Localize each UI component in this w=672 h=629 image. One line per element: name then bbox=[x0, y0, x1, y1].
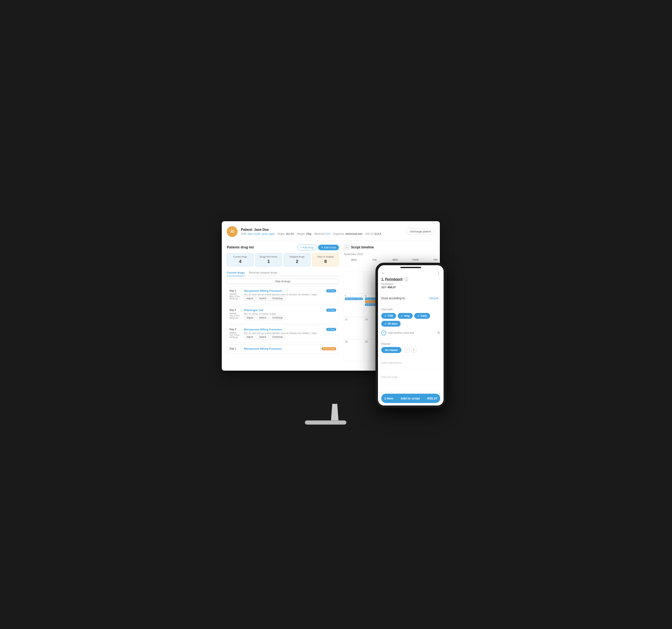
panel-actions: + Add drug ✎ Edit script bbox=[297, 245, 339, 250]
drug-tabs: Current drugs Recently stopped drugs bbox=[227, 269, 339, 276]
add-dose-icon[interactable]: + bbox=[381, 330, 386, 335]
back-icon: ← bbox=[381, 271, 385, 275]
edit-script-button[interactable]: ✎ Edit script bbox=[318, 245, 339, 250]
mobile-generic: Perindopril bbox=[381, 283, 440, 285]
divider bbox=[381, 339, 440, 340]
drug-item: Day 2 Started:Tue, 6 Nov09:00 am Meropen… bbox=[227, 325, 339, 343]
back-button[interactable]: ← bbox=[381, 271, 385, 275]
drug-item: Day 1 Meropenem 500mg Fresenius Antimicr… bbox=[227, 345, 339, 354]
price-label: R50.37 bbox=[427, 397, 437, 400]
cal-cell bbox=[344, 272, 364, 294]
cal-header-mon: MON bbox=[344, 258, 364, 272]
omit-stop-button[interactable]: Omit/stop bbox=[270, 316, 285, 320]
adjust-button[interactable]: Adjust bbox=[244, 316, 256, 320]
diagnosis-label: Diagnosis: bbox=[333, 232, 345, 235]
icd-code-field[interactable]: ICD-10 code bbox=[381, 373, 440, 382]
stat-drugs-home: Drugs from home 1 bbox=[255, 253, 282, 267]
switch-button[interactable]: Switch bbox=[257, 296, 268, 301]
drug-started: Started:Mon, 5 Nov09:00 am bbox=[230, 293, 242, 300]
diagnosis-val: Abdominal pain bbox=[345, 232, 363, 235]
chip-daily[interactable]: ✓ Daily bbox=[414, 313, 430, 319]
weight-val: 25kg bbox=[306, 232, 311, 235]
chip-30days[interactable]: ✓ 30 days bbox=[381, 321, 401, 327]
info-icon[interactable]: i bbox=[404, 277, 408, 281]
phone-screen: ← ⋮ 1. Perindopril i › Perindopril bbox=[378, 265, 443, 405]
switch-button[interactable]: Switch bbox=[257, 335, 268, 339]
patient-header: JD Patient: Jane Doe DOB: [day, month, y… bbox=[227, 226, 435, 241]
drug-actions: Adjust Switch Omit/stop bbox=[244, 296, 336, 301]
drug-badge-iv: IV Drug bbox=[326, 289, 336, 293]
mobile-chevron-right: › bbox=[439, 277, 440, 282]
icd-label: ICD-10: bbox=[365, 232, 374, 235]
tab-stopped-drugs[interactable]: Recently stopped drugs bbox=[249, 269, 278, 276]
icd-val: E13.8 bbox=[375, 232, 381, 235]
omit-stop-button[interactable]: Omit/stop bbox=[270, 335, 285, 339]
stat-stopped-drugs: Stopped drugs 2 bbox=[284, 253, 310, 267]
stat-days-value: 8 bbox=[315, 259, 336, 264]
drug-desc: INJ, IV, 25mg, 12 hourly, 3 days bbox=[244, 312, 336, 315]
divider bbox=[381, 355, 440, 356]
mobile-drug-name[interactable]: Perindopril bbox=[385, 277, 403, 281]
drug-day: Day 1 bbox=[230, 289, 242, 292]
drug-name[interactable]: Meropenem 500mg Fresenius bbox=[244, 289, 282, 293]
more-button[interactable]: ⋮ bbox=[436, 271, 440, 275]
stat-current-label: Current drugs bbox=[230, 255, 251, 258]
drug-item: Day 1 Started:Mon, 5 Nov09:00 am Meropen… bbox=[227, 286, 339, 304]
dose-row[interactable]: Dose according to: Default › bbox=[381, 294, 440, 303]
chip-row-2: ✓ 30 days bbox=[381, 321, 440, 327]
dob-val: [day, month, year], [age] bbox=[248, 232, 274, 235]
stat-stopped-value: 2 bbox=[286, 259, 308, 264]
cal-date: 5 bbox=[345, 295, 363, 297]
panel-header: Patients drug list + Add drug ✎ Edit scr… bbox=[227, 245, 339, 250]
chip-tab[interactable]: ✓ TAB bbox=[381, 313, 396, 319]
monitor-base bbox=[305, 421, 346, 425]
stats-row: Current drugs 4 Drugs from home 1 Stoppe… bbox=[227, 253, 339, 267]
stepper: − + bbox=[404, 347, 417, 353]
omit-stop-button[interactable]: Omit/stop bbox=[270, 296, 285, 301]
stepper-plus[interactable]: + bbox=[411, 347, 417, 353]
repeat-row: No-repeat − + bbox=[381, 347, 440, 353]
dob-label: DOB: bbox=[241, 232, 247, 235]
close-dose-button[interactable]: ✕ bbox=[437, 331, 440, 335]
tab-current-drugs[interactable]: Current drugs bbox=[227, 269, 245, 276]
no-repeat-chip[interactable]: No-repeat bbox=[381, 347, 402, 353]
drug-item: Day 2 Started:Tue, 6 Nov09:00 am Phenerg… bbox=[227, 306, 339, 324]
phone-content: 1. Perindopril i › Perindopril SEP: R50.… bbox=[378, 277, 443, 391]
switch-button[interactable]: Switch bbox=[257, 316, 268, 320]
drug-day: Day 2 bbox=[230, 308, 242, 311]
mobile-sep: SEP: R50.37 bbox=[381, 286, 440, 289]
weight-label: Weight: bbox=[297, 232, 305, 235]
drug-badge-anti: Antimicrobial bbox=[321, 347, 336, 350]
patient-info: Patient: Jane Doe DOB: [day, month, year… bbox=[241, 228, 403, 235]
drug-name[interactable]: Meropenem 500mg Fresenius bbox=[244, 347, 282, 350]
drug-day: Day 1 bbox=[230, 347, 242, 350]
add-to-script-button[interactable]: 1 item Add to script R50.37 bbox=[381, 394, 440, 403]
drug-desc: INJ, IV, Give 5ml as a slow injection ov… bbox=[244, 293, 336, 296]
add-drug-button[interactable]: + Add drug bbox=[297, 245, 316, 250]
stop-all-button[interactable]: Stop all drugs bbox=[227, 279, 339, 284]
check-icon: ✓ bbox=[417, 314, 420, 318]
drug-panel-title: Patients drug list bbox=[227, 246, 254, 249]
drug-desc: INJ, IV, Give 5ml as a slow injection ov… bbox=[244, 332, 336, 334]
ward-label: Ward/unit: bbox=[314, 232, 325, 235]
chip-4mg[interactable]: ✓ 4mg bbox=[398, 313, 413, 319]
adjust-button[interactable]: Adjust bbox=[244, 335, 256, 339]
chip-row: ✓ TAB ✓ 4mg ✓ Daily bbox=[381, 313, 440, 319]
cal-header: › Script timeline Month ‹ › bbox=[344, 245, 440, 250]
phone-footer: 1 item Add to script R50.37 bbox=[378, 391, 443, 405]
cal-title: Script timeline bbox=[351, 246, 374, 249]
drug-name[interactable]: Meropenem 500mg Fresenius bbox=[244, 328, 282, 331]
cal-expand-button[interactable]: › bbox=[344, 245, 349, 250]
stat-stopped-label: Stopped drugs bbox=[286, 255, 308, 258]
add-instructions-field[interactable]: Add instructions bbox=[381, 358, 440, 367]
drug-name[interactable]: Phenergan 1ml bbox=[244, 308, 263, 312]
check-icon: ✓ bbox=[384, 322, 387, 325]
add-btn-label: Add to script bbox=[401, 397, 420, 400]
discharge-button[interactable]: Discharge patient bbox=[406, 228, 435, 234]
divider bbox=[381, 384, 440, 384]
drug-panel: Patients drug list + Add drug ✎ Edit scr… bbox=[227, 245, 339, 361]
adjust-button[interactable]: Adjust bbox=[244, 296, 256, 301]
spacer bbox=[381, 387, 440, 391]
stepper-minus[interactable]: − bbox=[404, 347, 410, 353]
cal-cell: 5 Meropenem 500mg bbox=[344, 294, 364, 317]
